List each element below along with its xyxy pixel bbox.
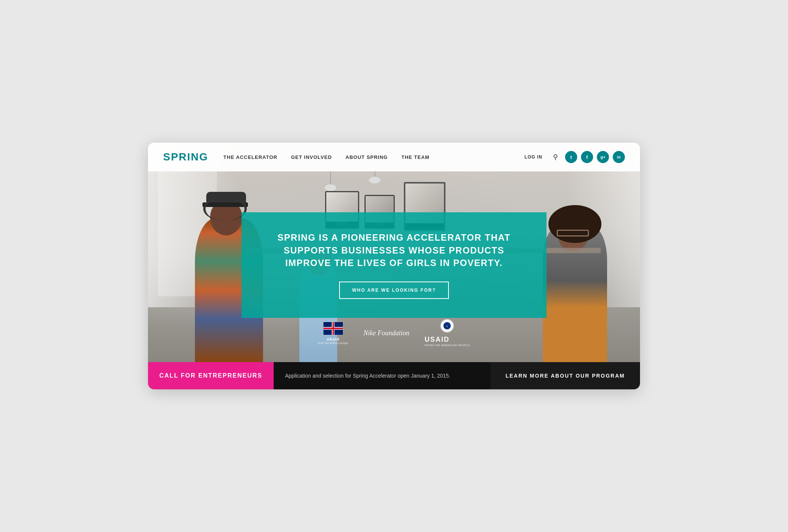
learn-more-label: LEARN MORE ABOUT OUR PROGRAM bbox=[506, 373, 625, 379]
search-icon[interactable]: ⚲ bbox=[549, 151, 561, 163]
hero-headline: SPRING IS A PIONEERING ACCELERATOR THAT … bbox=[264, 231, 524, 269]
ukaid-label: ukaid bbox=[327, 337, 339, 341]
site-logo[interactable]: SPRING bbox=[163, 151, 208, 163]
usaid-logo: 🦅 USAID FROM THE AMERICAN PEOPLE bbox=[425, 319, 470, 347]
ukaid-flag bbox=[323, 322, 343, 335]
nav-right: LOG IN ⚲ t f g+ in bbox=[525, 151, 625, 163]
page-wrapper: SPRING THE ACCELERATOR GET INVOLVED ABOU… bbox=[148, 143, 640, 389]
call-for-label: CALL FOR ENTREPRENEURS bbox=[159, 372, 262, 379]
usaid-emblem: 🦅 bbox=[441, 319, 454, 333]
usaid-label: USAID bbox=[425, 336, 450, 343]
browser-frame: SPRING THE ACCELERATOR GET INVOLVED ABOU… bbox=[148, 143, 640, 389]
ukaid-subtext: from the British people bbox=[318, 341, 348, 345]
nike-foundation-label: Nike Foundation bbox=[363, 329, 409, 337]
navbar: SPRING THE ACCELERATOR GET INVOLVED ABOU… bbox=[148, 143, 640, 171]
bottom-bar-description: Application and selection for Spring Acc… bbox=[285, 373, 450, 379]
learn-more-button[interactable]: LEARN MORE ABOUT OUR PROGRAM bbox=[491, 362, 640, 389]
hero-background: SPRING IS A PIONEERING ACCELERATOR THAT … bbox=[148, 143, 640, 362]
partners-bar: ukaid from the British people Nike Found… bbox=[318, 319, 470, 347]
ukaid-logo: ukaid from the British people bbox=[318, 322, 348, 345]
usaid-text-group: USAID FROM THE AMERICAN PEOPLE bbox=[425, 336, 470, 347]
nav-link-accelerator[interactable]: THE ACCELERATOR bbox=[223, 154, 277, 160]
hero-section: SPRING IS A PIONEERING ACCELERATOR THAT … bbox=[148, 143, 640, 362]
svg-text:🦅: 🦅 bbox=[446, 325, 449, 328]
linkedin-icon[interactable]: in bbox=[613, 151, 625, 163]
facebook-icon[interactable]: f bbox=[581, 151, 593, 163]
nav-link-about-spring[interactable]: ABOUT SPRING bbox=[346, 154, 388, 160]
usaid-subtext: FROM THE AMERICAN PEOPLE bbox=[425, 344, 470, 347]
nav-link-the-team[interactable]: THE TEAM bbox=[401, 154, 429, 160]
nike-foundation-logo: Nike Foundation bbox=[363, 329, 409, 337]
bottom-bar-middle: Application and selection for Spring Acc… bbox=[274, 362, 491, 389]
google-plus-icon[interactable]: g+ bbox=[597, 151, 609, 163]
nav-link-get-involved[interactable]: GET INVOLVED bbox=[291, 154, 332, 160]
login-button[interactable]: LOG IN bbox=[525, 154, 542, 160]
bottom-bar: CALL FOR ENTREPRENEURS Application and s… bbox=[148, 362, 640, 389]
bottom-bar-left: CALL FOR ENTREPRENEURS bbox=[148, 362, 274, 389]
cta-button[interactable]: WHO ARE WE LOOKING FOR? bbox=[339, 282, 449, 299]
hero-teal-box: SPRING IS A PIONEERING ACCELERATOR THAT … bbox=[241, 212, 547, 318]
person-right bbox=[537, 199, 620, 362]
twitter-icon[interactable]: t bbox=[565, 151, 577, 163]
nav-links: THE ACCELERATOR GET INVOLVED ABOUT SPRIN… bbox=[223, 154, 524, 160]
